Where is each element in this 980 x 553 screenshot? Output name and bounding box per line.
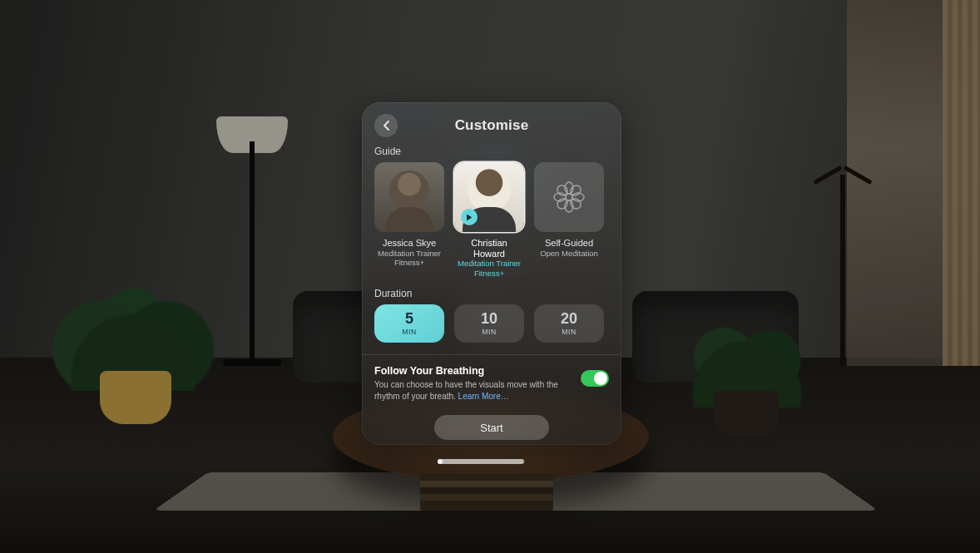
guide-card-christian[interactable]: Christian Howard Meditation Trainer Fitn… <box>454 162 524 278</box>
trainer-portrait-icon <box>389 170 429 210</box>
guide-name: Self-Guided <box>545 238 593 249</box>
guide-card-self[interactable]: Self-Guided Open Meditation <box>534 162 604 278</box>
svg-point-6 <box>569 184 583 198</box>
duration-unit: MIN <box>482 328 496 336</box>
guide-cards: Jessica Skye Meditation Trainer Fitness+… <box>374 162 609 278</box>
svg-point-8 <box>569 197 583 211</box>
duration-value: 5 <box>405 311 413 326</box>
guide-card-jessica[interactable]: Jessica Skye Meditation Trainer Fitness+ <box>374 162 444 278</box>
duration-5[interactable]: 5 MIN <box>374 304 444 343</box>
customise-panel: Customise Guide Jessica Skye Meditation … <box>362 102 621 445</box>
guide-name: Jessica Skye <box>383 238 436 249</box>
breathing-description: You can choose to have the visuals move … <box>374 379 572 402</box>
duration-section-label: Duration <box>374 288 609 299</box>
guide-thumb <box>454 162 524 232</box>
breathing-title: Follow Your Breathing <box>374 365 572 377</box>
duration-options: 5 MIN 10 MIN 20 MIN <box>374 304 609 343</box>
guide-name: Christian Howard <box>454 238 524 259</box>
divider <box>362 354 621 355</box>
window-handle-bar[interactable] <box>438 459 524 464</box>
play-icon <box>466 214 473 221</box>
duration-value: 10 <box>481 311 497 326</box>
play-preview-button[interactable] <box>461 209 478 225</box>
duration-10[interactable]: 10 MIN <box>454 304 524 343</box>
svg-point-0 <box>566 194 572 200</box>
svg-point-7 <box>556 197 570 211</box>
meditation-flower-icon <box>552 180 586 214</box>
start-button[interactable]: Start <box>434 415 549 440</box>
chevron-left-icon <box>383 121 390 131</box>
guide-section-label: Guide <box>374 146 609 157</box>
trainer-portrait-icon <box>468 169 511 212</box>
duration-unit: MIN <box>402 328 416 336</box>
breathing-toggle[interactable] <box>581 370 609 387</box>
guide-thumb <box>534 162 604 232</box>
toggle-knob <box>594 372 607 385</box>
guide-subtitle: Open Meditation <box>540 249 598 258</box>
guide-subtitle: Meditation Trainer Fitness+ <box>378 249 441 268</box>
guide-subtitle: Meditation Trainer Fitness+ <box>458 259 521 278</box>
svg-point-5 <box>556 184 570 198</box>
learn-more-link[interactable]: Learn More… <box>458 392 509 401</box>
back-button[interactable] <box>374 114 398 137</box>
guide-thumb <box>374 162 444 232</box>
duration-20[interactable]: 20 MIN <box>534 304 604 343</box>
duration-unit: MIN <box>562 328 576 336</box>
duration-value: 20 <box>561 311 577 326</box>
panel-title: Customise <box>455 117 529 134</box>
